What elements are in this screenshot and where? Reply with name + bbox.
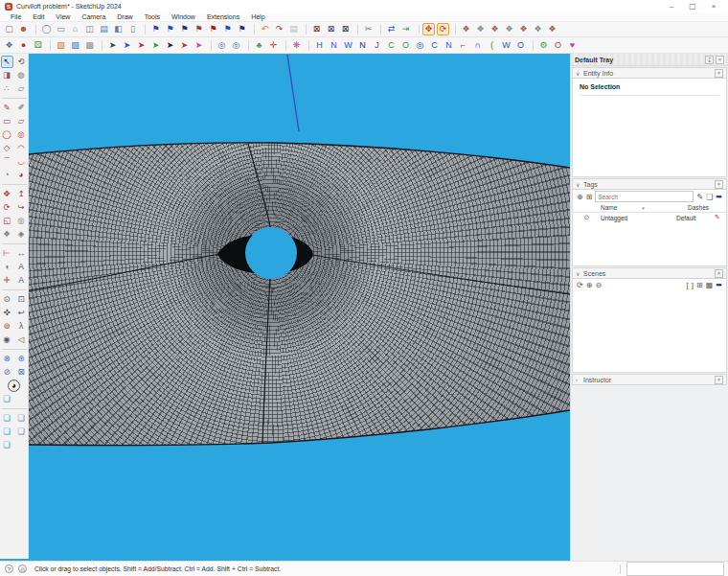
sandbox-1-icon[interactable]: ❖ [460,23,472,35]
bezier-1-icon[interactable]: H [313,39,326,52]
details-arrow-icon[interactable]: ➥ [716,281,722,289]
outer-shell-tool[interactable]: ❖ [1,228,13,241]
thumbnails-icon[interactable]: ▦ [706,281,714,289]
lasso-tool[interactable]: ⟲ [15,56,28,68]
previous-view-tool[interactable]: ↩ [15,307,28,319]
arrow-red-icon[interactable]: ➤ [135,39,148,52]
sandbox-6-icon[interactable]: ❖ [532,23,544,35]
rotated-rectangle-tool[interactable]: ▱ [15,115,28,127]
selection-toy-5-icon[interactable]: ⚑ [207,23,219,35]
section-plane-tool[interactable]: ⊗ [1,353,13,365]
knife-icon[interactable]: ✂ [362,23,375,35]
menu-item[interactable]: File [5,13,27,20]
pink-config-icon[interactable]: ❋ [290,39,303,52]
rectangle-tool[interactable]: ▭ [1,115,13,127]
cube-orange-icon[interactable]: ▧ [55,39,67,52]
thrupaint-icon[interactable]: ⊠ [310,23,323,35]
polygon-eraser-tool[interactable]: ▱ [15,82,28,95]
follow-me-tool[interactable]: ↪ [15,201,28,214]
arrow-red2-icon[interactable]: ➤ [178,39,191,52]
selection-toy-4-icon[interactable]: ⚑ [193,23,205,35]
circle-tool[interactable]: ◯ [1,128,13,141]
tray-close-icon[interactable]: × [716,56,724,64]
text-tool[interactable]: A [15,261,28,273]
bezier-15-icon[interactable]: O [514,39,527,52]
new-file-icon[interactable]: ▢ [3,23,15,35]
move-active-icon[interactable]: ✥ [422,23,435,35]
instructor-header[interactable]: › Instructor × [572,374,727,385]
move-scene-right-icon[interactable]: ] [692,281,694,289]
copy-stack-4-tool[interactable]: ❏ [1,426,13,438]
menu-item[interactable]: View [50,13,76,20]
three-point-arc-tool[interactable]: ◡ [15,155,28,168]
shape-rect-icon[interactable]: ▭ [55,23,67,35]
add-scene-icon[interactable]: ⊕ [586,281,593,289]
protractor-tool[interactable]: ◖ [1,261,13,273]
bezier-10-icon[interactable]: N [443,39,455,52]
freehand-tool[interactable]: ✐ [15,102,28,114]
selection-toy-2-icon[interactable]: ⚑ [164,23,176,35]
details-arrow-icon[interactable]: ➥ [716,193,722,201]
selection-toy-1-icon[interactable]: ⚑ [149,23,162,35]
add-tag-folder-icon[interactable]: ⊞ [586,193,593,201]
sandbox-3-icon[interactable]: ❖ [489,23,501,35]
pin-icon[interactable]: ↧ [705,56,714,64]
copy-stack-3-tool[interactable]: ❏ [15,412,28,425]
entity-info-close-icon[interactable]: × [715,69,723,78]
instructor-close-icon[interactable]: × [715,376,723,384]
copy-stack-2-tool[interactable]: ❏ [1,412,13,425]
leaf-icon[interactable]: ♣ [253,39,265,52]
transfer-arrows-icon[interactable]: ⇄ [385,23,398,35]
section-cut-tool[interactable]: ⊠ [15,366,28,379]
eraser-tool[interactable]: ◨ [1,69,13,81]
add-tag-icon[interactable]: ⊕ [577,193,583,201]
camera-view-2-icon[interactable]: ◎ [230,39,242,52]
sandbox-5-icon[interactable]: ❖ [517,23,530,35]
shape-panel-icon[interactable]: ◧ [112,23,125,35]
sandbox-7-icon[interactable]: ❖ [546,23,558,35]
pie-tool[interactable]: ◔ [1,169,13,181]
image-tool[interactable]: ◁ [15,334,28,346]
sandbox-4-icon[interactable]: ❖ [503,23,515,35]
scenes-close-icon[interactable]: × [715,269,723,278]
stamp-tool[interactable]: ∴ [1,82,13,95]
shape-circle-icon[interactable]: ◯ [40,23,53,35]
arrow-dark-icon[interactable]: ➤ [106,39,119,52]
bezier-2-icon[interactable]: N [328,39,340,52]
copy-stack-1-tool[interactable]: ❏ [1,393,13,405]
section-fill-tool[interactable]: ⊘ [1,366,13,379]
menu-item[interactable]: Camera [76,13,111,20]
model-viewport[interactable] [29,54,570,561]
shield-icon[interactable]: ❖ [3,39,15,52]
zoom-window-tool[interactable]: ⊡ [15,293,28,306]
walk-tool[interactable]: λ [15,320,28,333]
tag-search-input[interactable] [595,191,694,202]
maximize-button[interactable]: ▢ [682,0,703,12]
bezier-7-icon[interactable]: O [399,39,412,52]
move-tool[interactable]: ✥ [1,188,13,200]
tag-row-untagged[interactable]: ⊙ Untagged Default ✎ [573,213,726,222]
bezier-8-icon[interactable]: ◎ [414,39,426,52]
column-dashes[interactable]: Dashes [688,204,726,211]
zoom-extents-tool[interactable]: ✜ [1,307,13,319]
zoom-tool[interactable]: ⊙ [1,293,13,306]
arrow-blue-icon[interactable]: ➤ [121,39,133,52]
undo-icon[interactable]: ↶ [259,23,271,35]
selection-toy-6-icon[interactable]: ⚑ [221,23,234,35]
selection-toy-3-icon[interactable]: ⚑ [178,23,191,35]
orbit-dark-tool[interactable]: ◕ [8,380,20,392]
paste-icon[interactable]: ▤ [287,23,300,35]
measurements-input[interactable] [626,562,724,576]
view-options-icon[interactable]: ⊞ [696,281,703,289]
offset-tool[interactable]: ◎ [15,215,28,227]
two-point-arc-tool[interactable]: ⌒ [1,155,13,168]
bezier-14-icon[interactable]: W [500,39,512,52]
shape-box-icon[interactable]: ▤ [98,23,110,35]
bezier-9-icon[interactable]: C [428,39,441,52]
menu-item[interactable]: Edit [27,13,50,20]
bezier-6-icon[interactable]: C [385,39,398,52]
sector-tool[interactable]: ◕ [15,169,28,181]
tape-measure-tool[interactable]: ⊢ [1,247,13,260]
copy-stack-6-tool[interactable]: ❏ [1,439,13,451]
red-bag-icon[interactable]: ● [17,39,30,52]
